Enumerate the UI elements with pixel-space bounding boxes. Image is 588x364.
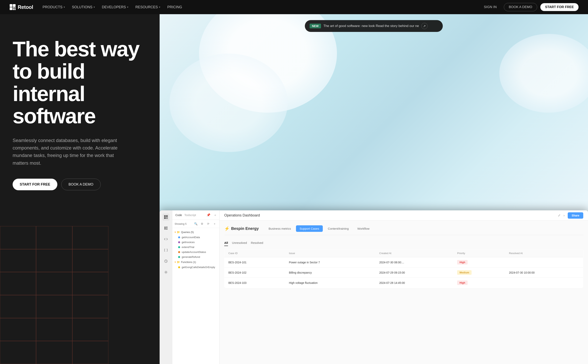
nav-solutions[interactable]: SOLUTIONS ▾ (72, 5, 95, 9)
refresh-icon[interactable]: ⟳ (206, 221, 211, 226)
start-free-button[interactable]: START FOR FREE (540, 3, 579, 11)
sidebar-settings-icon[interactable] (162, 269, 170, 276)
table-row[interactable]: BES-2024-101 Power outage in Sector 7 20… (224, 257, 583, 267)
hero-book-demo-button[interactable]: BOOK A DEMO (61, 179, 101, 190)
query-item-getInvoices[interactable]: getInvoices (172, 240, 219, 245)
svg-rect-0 (10, 4, 13, 7)
toolscript-tab[interactable]: Toolscript (184, 214, 196, 217)
hero-title-line1: The best way to build (13, 37, 139, 83)
announcement-arrow-icon[interactable]: ↗ (421, 23, 428, 29)
filter-icon[interactable]: ⚙ (200, 221, 204, 226)
tab-support-cases[interactable]: Support Cases (296, 225, 323, 232)
functions-folder-label: Functions (1) (181, 260, 196, 264)
hero-start-free-button[interactable]: START FOR FREE (13, 179, 57, 190)
svg-rect-14 (164, 227, 166, 230)
svg-rect-7 (164, 215, 166, 217)
grid-cell (36, 341, 72, 364)
tab-business-metrics[interactable]: Business metrics (265, 225, 294, 232)
filter-unresolved[interactable]: Unresolved (232, 240, 247, 246)
retool-logo-icon (9, 4, 16, 10)
search-icon[interactable]: 🔍 (193, 221, 198, 226)
col-issue: Issue (285, 249, 375, 257)
grid-cell (72, 318, 108, 341)
nav-developers[interactable]: DEVELOPERS ▾ (102, 5, 128, 9)
grid-cell (0, 318, 36, 341)
cell-created-at: 2024-07-30 08:00:... (375, 257, 453, 267)
svg-rect-5 (13, 9, 14, 10)
queries-folder[interactable]: ▾ 📁 Queries (5) (172, 229, 219, 235)
navbar-right: SIGN IN BOOK A DEMO START FOR FREE (480, 3, 579, 11)
col-resolved-at: Resolved At (505, 249, 583, 257)
functions-folder[interactable]: ▾ 📁 Functions (1) (172, 260, 219, 265)
table-row[interactable]: BES-2024-103 High voltage fluctuation 20… (224, 278, 583, 288)
brand-icon: ⚡ (224, 226, 229, 231)
tab-content-training[interactable]: Content/training (324, 225, 352, 232)
nav-links: PRODUCTS ▾ SOLUTIONS ▾ DEVELOPERS ▾ RESO… (43, 5, 182, 9)
sidebar-layout-icon[interactable] (162, 225, 170, 232)
code-tab[interactable]: Code (175, 214, 182, 217)
cell-resolved-at (505, 257, 583, 267)
grid-cell (36, 272, 72, 295)
query-item-generateRefund[interactable]: generateRefund (172, 254, 219, 260)
svg-rect-3 (13, 7, 14, 8)
folder-icon: ▾ 📁 (175, 231, 180, 234)
logo-text: Retool (18, 4, 33, 10)
grid-cell (0, 341, 36, 364)
nav-resources-label: RESOURCES (135, 5, 158, 9)
nav-pricing[interactable]: PRICING (167, 5, 182, 9)
logo[interactable]: Retool (9, 4, 33, 10)
signin-button[interactable]: SIGN IN (480, 3, 501, 11)
query-item-updateAccountStatus[interactable]: updateAccountStatus (172, 250, 219, 254)
query-label: extendTrial (182, 246, 194, 249)
nav-products-label: PRODUCTS (43, 5, 62, 9)
collapse-icon[interactable]: « (214, 213, 216, 217)
code-panel: Code Toolscript 📌 « Showing 5 🔍 ⚙ ⟳ + (172, 210, 220, 364)
add-icon[interactable]: + (212, 221, 217, 226)
code-panel-tools: Showing 5 🔍 ⚙ ⟳ + (172, 220, 219, 228)
cell-issue: Billing discrepancy (285, 267, 375, 278)
pin-icon[interactable]: 📌 (207, 213, 210, 217)
cell-priority: High (453, 278, 505, 288)
nav-products[interactable]: PRODUCTS ▾ (43, 5, 65, 9)
announcement-banner[interactable]: NEW The art of good software: new look R… (305, 20, 443, 32)
grid-cell (72, 226, 108, 249)
query-item-extendTrial[interactable]: extendTrial (172, 245, 219, 250)
book-demo-button[interactable]: BOOK A DEMO (504, 3, 537, 11)
query-label: generateRefund (182, 255, 200, 258)
table-row[interactable]: BES-2024-102 Billing discrepancy 2024-07… (224, 267, 583, 278)
grid-cell (72, 272, 108, 295)
announcement-text: The art of good software: new look Read … (323, 24, 419, 28)
code-tree: ▾ 📁 Queries (5) getAccountData getInvoic… (172, 228, 219, 364)
sidebar-brackets-icon[interactable] (162, 247, 170, 254)
grid-cell (72, 341, 108, 364)
svg-rect-1 (13, 4, 16, 7)
queries-folder-label: Queries (5) (181, 231, 194, 234)
query-dot-icon (178, 236, 180, 238)
sidebar-clock-icon[interactable] (162, 258, 170, 265)
svg-rect-6 (14, 9, 16, 10)
dashboard-tabs: Business metrics Support Cases Content/t… (265, 225, 373, 232)
hero-title: The best way to build internal software (13, 38, 147, 127)
brand-logo: ⚡ Bespin Energy (224, 226, 259, 231)
col-priority: Priority (453, 249, 505, 257)
nav-resources[interactable]: RESOURCES ▾ (135, 5, 160, 9)
cell-created-at: 2024-07-29 09:15:00 (375, 267, 453, 278)
svg-rect-12 (166, 218, 167, 219)
function-item-getGongCalls[interactable]: getGongCallsDetailsOrEmpty (172, 265, 219, 270)
query-dot-icon (178, 256, 180, 258)
filter-all[interactable]: All (224, 240, 228, 246)
grid-cell (0, 226, 36, 249)
forward-icon[interactable]: › (564, 214, 565, 217)
query-item-getAccountData[interactable]: getAccountData (172, 235, 219, 240)
tab-workflow[interactable]: Workflow (354, 225, 373, 232)
priority-badge: High (457, 280, 468, 285)
priority-badge: High (457, 260, 468, 265)
expand-icon[interactable]: ⤢ (558, 214, 560, 217)
share-button[interactable]: Share (568, 212, 583, 219)
filter-resolved[interactable]: Resolved (251, 240, 263, 246)
sidebar-code-icon[interactable] (162, 236, 170, 243)
sidebar-logo-icon[interactable] (162, 214, 170, 221)
chevron-down-icon: ▾ (127, 6, 128, 8)
dashboard-content: ⚡ Bespin Energy Business metrics Support… (220, 221, 588, 364)
filter-tabs: All Unresolved Resolved (224, 240, 583, 246)
